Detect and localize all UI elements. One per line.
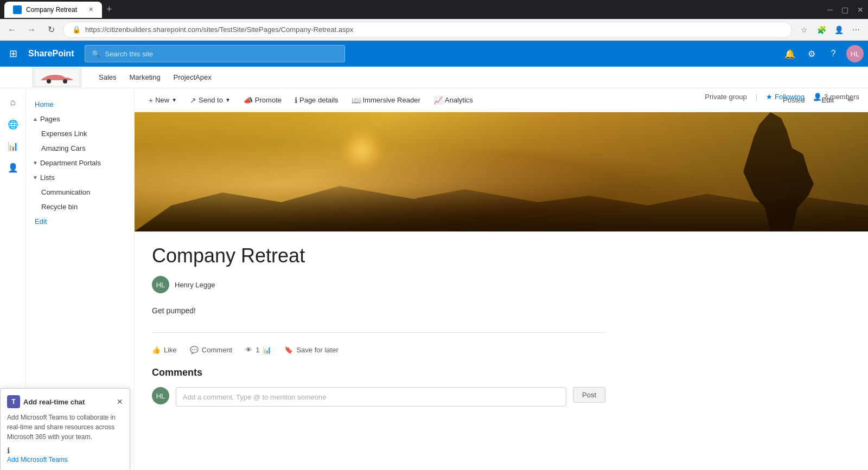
nav-edit-link[interactable]: Edit (26, 214, 134, 229)
chat-title: Add real-time chat (23, 398, 85, 406)
address-bar-row: ← → ↻ 🔒 https://citizenbuilders.sharepoi… (0, 19, 868, 41)
bookmark-icon[interactable]: ☆ (796, 22, 812, 37)
restore-icon[interactable]: ▢ (841, 5, 848, 14)
page-details-label: Page details (299, 96, 339, 104)
author-row: HL Henry Legge (152, 276, 605, 293)
nav-communication[interactable]: Communication (26, 185, 134, 199)
back-button[interactable]: ← (4, 22, 20, 37)
address-bar[interactable]: 🔒 https://citizenbuilders.sharepoint.com… (63, 22, 792, 38)
chat-panel: T Add real-time chat ✕ Add Microsoft Tea… (0, 388, 130, 470)
top-right-info: Private group | ★ Following 👤 3 members (696, 88, 868, 105)
extensions-icon[interactable]: 🧩 (814, 22, 829, 37)
page-hero-image (135, 112, 868, 231)
comment-placeholder: Add a comment. Type @ to mention someone (183, 393, 326, 401)
minimize-icon[interactable]: ─ (827, 5, 833, 14)
analytics-button[interactable]: 📈 Analytics (428, 93, 478, 108)
sidebar-activity-icon[interactable]: 📊 (3, 136, 23, 156)
immersive-reader-label: Immersive Reader (363, 96, 420, 104)
page-content: Company Retreat HL Henry Legge Get pumpe… (135, 231, 623, 420)
nav-recycle-bin[interactable]: Recycle bin (26, 199, 134, 214)
add-teams-link[interactable]: Add Microsoft Teams (7, 456, 68, 463)
members-button[interactable]: 👤 3 members (813, 93, 859, 101)
comment-label: Comment (202, 346, 232, 354)
nav-expenses-link[interactable]: Expenses Link (26, 126, 134, 141)
commenter-avatar: HL (152, 387, 169, 404)
sp-logo[interactable]: SharePoint (28, 49, 74, 59)
comment-input[interactable]: Add a comment. Type @ to mention someone (176, 387, 566, 407)
like-icon: 👍 (152, 346, 161, 354)
nav-pages-section[interactable]: ▲ Pages (26, 112, 134, 126)
sub-nav: Sales Marketing ProjectApex (0, 67, 868, 88)
tab-title: Company Retreat (26, 6, 77, 14)
sidebar-home-icon[interactable]: ⌂ (3, 93, 23, 112)
sidebar-globe-icon[interactable]: 🌐 (3, 114, 23, 134)
search-icon: 🔍 (92, 50, 100, 58)
tab-close-icon[interactable]: ✕ (88, 6, 93, 13)
refresh-button[interactable]: ↻ (43, 22, 59, 37)
dept-chevron-icon: ▼ (33, 160, 38, 166)
sub-nav-projectapex[interactable]: ProjectApex (174, 71, 212, 83)
sp-search-box[interactable]: 🔍 Search this site (85, 45, 345, 62)
new-button[interactable]: + New ▼ (143, 93, 182, 108)
send-to-button[interactable]: ↗ Send to ▼ (184, 93, 236, 108)
promote-label: Promote (255, 96, 282, 104)
svg-point-1 (47, 79, 51, 83)
reader-icon: 📖 (352, 96, 361, 105)
lists-chevron-icon: ▼ (33, 175, 38, 181)
nav-home[interactable]: Home (26, 97, 134, 112)
members-count: 3 members (824, 93, 859, 101)
page-body: Get pumped! (152, 306, 605, 315)
comment-input-row: HL Add a comment. Type @ to mention some… (152, 387, 605, 407)
views-button[interactable]: 👁 1 📊 (245, 346, 271, 354)
send-to-label: Send to (199, 96, 223, 104)
immersive-reader-button[interactable]: 📖 Immersive Reader (346, 93, 426, 108)
comments-section: Comments HL Add a comment. Type @ to men… (152, 367, 605, 407)
hero-figure (705, 112, 814, 231)
comment-button[interactable]: 💬 Comment (190, 346, 232, 354)
author-name[interactable]: Henry Legge (175, 281, 215, 289)
forward-button[interactable]: → (24, 22, 39, 37)
nav-dept-section[interactable]: ▼ Department Portals (26, 156, 134, 170)
analytics-label: Analytics (445, 96, 473, 104)
views-chart-icon: 📊 (263, 346, 271, 354)
browser-tab[interactable]: Company Retreat ✕ (4, 2, 102, 18)
star-icon: ★ (766, 93, 773, 101)
sub-nav-sales[interactable]: Sales (99, 71, 117, 83)
nav-pages-label: Pages (40, 115, 60, 123)
site-logo[interactable] (33, 68, 81, 87)
chat-header: T Add real-time chat ✕ (7, 395, 123, 408)
comment-icon: 💬 (190, 346, 199, 354)
user-avatar[interactable]: HL (846, 45, 864, 62)
help-icon[interactable]: ? (825, 45, 842, 62)
page-details-icon: ℹ (295, 96, 297, 105)
browser-chrome: Company Retreat ✕ + ─ ▢ ✕ (0, 0, 868, 19)
new-tab-button[interactable]: + (106, 4, 112, 15)
analytics-icon: 📈 (433, 96, 443, 105)
new-chevron-icon: ▼ (171, 97, 177, 103)
page-title: Company Retreat (152, 244, 605, 267)
sidebar-person-icon[interactable]: 👤 (3, 158, 23, 177)
nav-lists-section[interactable]: ▼ Lists (26, 170, 134, 185)
page-details-button[interactable]: ℹ Page details (289, 93, 344, 108)
close-browser-icon[interactable]: ✕ (857, 5, 864, 14)
command-bar-left: + New ▼ ↗ Send to ▼ 📣 Promote ℹ Page det… (143, 93, 478, 108)
save-label: Save for later (296, 346, 338, 354)
settings-icon[interactable]: ⋯ (848, 22, 864, 37)
save-icon: 🔖 (284, 346, 293, 354)
notifications-icon[interactable]: 🔔 (781, 45, 799, 62)
promote-button[interactable]: 📣 Promote (238, 93, 287, 108)
save-later-button[interactable]: 🔖 Save for later (284, 346, 338, 354)
waffle-menu-button[interactable]: ⊞ (4, 45, 22, 62)
sub-nav-marketing[interactable]: Marketing (130, 71, 161, 83)
nav-amazing-cars[interactable]: Amazing Cars (26, 141, 134, 156)
views-icon: 👁 (245, 346, 252, 354)
profile-icon[interactable]: 👤 (831, 22, 846, 37)
chat-close-button[interactable]: ✕ (117, 397, 123, 406)
like-button[interactable]: 👍 Like (152, 346, 177, 354)
send-to-icon: ↗ (190, 96, 196, 105)
post-button[interactable]: Post (573, 387, 605, 403)
settings-sp-icon[interactable]: ⚙ (803, 45, 820, 62)
browser-controls: ─ ▢ ✕ (827, 5, 864, 14)
following-button[interactable]: ★ Following (766, 93, 805, 101)
author-avatar[interactable]: HL (152, 276, 169, 293)
